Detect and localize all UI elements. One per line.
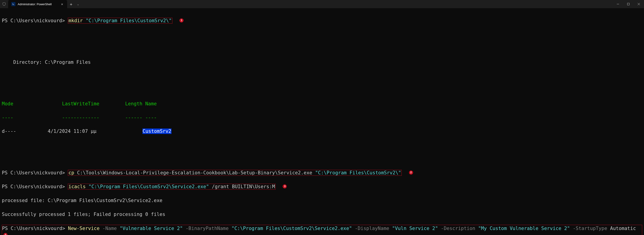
p-desc: -Description <box>441 226 476 231</box>
cmd-arg: "C:\Program Files\CustomSrv2\" <box>86 18 172 23</box>
command-box-4: PS C:\Users\nickvourd> New-Service -Name… <box>2 225 642 235</box>
cmd-mkdir: mkdir <box>68 18 83 23</box>
p-start: -StartupType <box>573 226 607 231</box>
v-desc: "My Custom Vulnerable Service 2" <box>478 226 570 231</box>
minimize-button[interactable] <box>613 0 623 8</box>
svg-rect-1 <box>628 3 630 5</box>
success-output: Successfully processed 1 files; Failed p… <box>2 211 642 218</box>
cmd-grant: /grant BUILTIN\Users:M <box>212 184 275 189</box>
cmd-icacls: icacls <box>68 184 86 189</box>
processed-output: processed file: C:\Program Files\CustomS… <box>2 197 642 204</box>
prompt: PS C:\Users\nickvourd> <box>2 170 68 175</box>
window-controls <box>613 0 644 8</box>
header-name: Name <box>145 101 157 106</box>
cmd-newservice: New-Service <box>68 226 100 231</box>
close-button[interactable] <box>634 0 644 8</box>
v-name: "Vulnerable Service 2" <box>120 226 182 231</box>
badge-4: 4 <box>4 233 8 235</box>
v-disp: "Vuln Service 2" <box>392 226 438 231</box>
shield-icon <box>2 2 6 6</box>
p-bin: -BinaryPathName <box>186 226 229 231</box>
title-bar-left: Administrator: PowerShell ✕ + ⌄ <box>0 0 81 8</box>
cmd-src: C:\Tools\Windows-Local-Privilege-Escalat… <box>77 170 312 175</box>
maximize-button[interactable] <box>623 0 634 8</box>
p-disp: -DisplayName <box>355 226 389 231</box>
badge-1: 1 <box>180 18 184 23</box>
cmd-dst: "C:\Program Files\CustomSrv2\" <box>315 170 401 175</box>
badge-3: 3 <box>283 184 287 188</box>
prompt: PS C:\Users\nickvourd> <box>2 18 68 23</box>
directory-label: Directory: C:\Program Files <box>2 59 642 66</box>
p-name: -Name <box>102 226 117 231</box>
tab-powershell[interactable]: Administrator: PowerShell ✕ <box>8 0 67 8</box>
v-bin: "C:\Program Files\CustomSrv2\Service2.ex… <box>232 226 352 231</box>
new-tab-button[interactable]: + <box>67 2 75 7</box>
tab-close-icon[interactable]: ✕ <box>60 2 64 6</box>
v-start: Automatic <box>610 226 636 231</box>
badge-2: 2 <box>409 170 413 175</box>
prompt: PS C:\Users\nickvourd> <box>2 226 68 231</box>
dash-length: ------ <box>125 115 142 120</box>
tab-title: Administrator: PowerShell <box>18 3 58 6</box>
header-mode: Mode <box>2 101 14 106</box>
row-date: 4/1/2024 11:07 μμ <box>48 129 96 134</box>
header-length: Length <box>125 101 142 106</box>
header-lwt: LastWriteTime <box>62 101 99 106</box>
row-folder-name: CustomSrv2 <box>142 129 172 134</box>
cmd-path: "C:\Program Files\CustomSrv2\Service2.ex… <box>88 184 209 189</box>
command-box-2: cp C:\Tools\Windows-Local-Privilege-Esca… <box>68 170 402 176</box>
terminal-output[interactable]: PS C:\Users\nickvourd> mkdir "C:\Program… <box>0 8 644 235</box>
dash-mode: ---- <box>2 115 14 120</box>
command-box-3: icacls "C:\Program Files\CustomSrv2\Serv… <box>68 184 276 190</box>
dash-name: ---- <box>145 115 157 120</box>
powershell-icon <box>11 2 16 6</box>
title-bar: Administrator: PowerShell ✕ + ⌄ <box>0 0 644 8</box>
command-box-1: mkdir "C:\Program Files\CustomSrv2\" <box>68 18 172 24</box>
cmd-cp: cp <box>68 170 74 175</box>
tab-dropdown-icon[interactable]: ⌄ <box>75 3 81 6</box>
prompt: PS C:\Users\nickvourd> <box>2 184 68 189</box>
dash-lwt: ------------- <box>62 115 99 120</box>
row-mode: d---- <box>2 129 16 134</box>
